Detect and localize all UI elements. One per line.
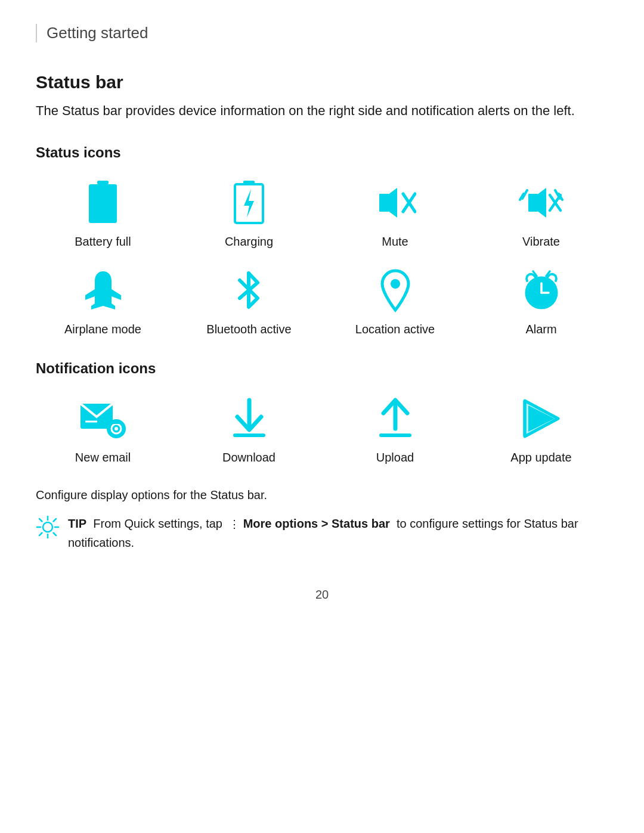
svg-rect-14 xyxy=(528,194,538,212)
svg-rect-0 xyxy=(97,181,109,184)
svg-point-29 xyxy=(114,427,118,431)
list-item: App update xyxy=(474,395,608,465)
breadcrumb-text: Getting started xyxy=(47,24,148,42)
download-label: Download xyxy=(222,451,275,465)
list-item: Download xyxy=(182,395,316,465)
list-item: Airplane mode xyxy=(36,267,170,336)
alarm-label: Alarm xyxy=(525,323,556,336)
battery-full-icon xyxy=(79,179,127,227)
list-item: Battery full xyxy=(36,179,170,249)
list-item: Bluetooth active xyxy=(182,267,316,336)
upload-icon xyxy=(371,395,419,442)
alarm-icon xyxy=(518,267,565,314)
svg-line-47 xyxy=(54,519,57,522)
location-active-icon xyxy=(371,267,419,314)
list-item: Location active xyxy=(328,267,462,336)
upload-label: Upload xyxy=(376,451,414,465)
status-icons-grid: Battery full Charging Mute xyxy=(36,179,608,336)
section-description: The Status bar provides device informati… xyxy=(36,101,608,120)
svg-rect-1 xyxy=(89,184,117,223)
svg-rect-6 xyxy=(379,194,389,212)
tip-label: TIP xyxy=(68,517,86,530)
charging-label: Charging xyxy=(225,235,273,249)
bluetooth-active-icon xyxy=(225,267,273,314)
tip-box: TIP From Quick settings, tap ⋮ More opti… xyxy=(36,514,608,552)
notification-icons-title: Notification icons xyxy=(36,360,608,377)
tip-text-start: From Quick settings, tap xyxy=(93,517,222,530)
mute-label: Mute xyxy=(382,235,408,249)
breadcrumb: Getting started xyxy=(36,24,608,42)
svg-rect-30 xyxy=(113,420,120,424)
list-item: New email xyxy=(36,395,170,465)
tip-bold-text: More options > Status bar xyxy=(243,517,390,530)
list-item: Vibrate xyxy=(474,179,608,249)
notification-icons-grid: New email Download Upload xyxy=(36,395,608,465)
airplane-mode-label: Airplane mode xyxy=(64,323,141,336)
app-update-label: App update xyxy=(510,451,571,465)
svg-marker-4 xyxy=(244,189,254,218)
three-dots-icon: ⋮ xyxy=(229,518,240,530)
download-icon xyxy=(225,395,273,442)
svg-point-17 xyxy=(391,279,400,289)
tip-content: TIP From Quick settings, tap ⋮ More opti… xyxy=(68,514,608,552)
list-item: Upload xyxy=(328,395,462,465)
battery-full-label: Battery full xyxy=(75,235,131,249)
svg-line-48 xyxy=(39,533,42,536)
vibrate-label: Vibrate xyxy=(522,235,560,249)
vibrate-icon xyxy=(518,179,565,227)
status-icons-title: Status icons xyxy=(36,144,608,161)
svg-line-45 xyxy=(39,519,42,522)
svg-line-46 xyxy=(54,533,57,536)
page-number: 20 xyxy=(36,588,608,602)
list-item: Charging xyxy=(182,179,316,249)
charging-icon xyxy=(225,179,273,227)
airplane-mode-icon xyxy=(79,267,127,314)
new-email-icon xyxy=(79,395,127,442)
bluetooth-active-label: Bluetooth active xyxy=(206,323,291,336)
new-email-label: New email xyxy=(75,451,131,465)
tip-icon xyxy=(36,515,60,539)
configure-text: Configure display options for the Status… xyxy=(36,488,608,502)
location-active-label: Location active xyxy=(355,323,435,336)
svg-point-40 xyxy=(43,522,52,532)
mute-icon xyxy=(371,179,419,227)
section-title: Status bar xyxy=(36,72,608,92)
list-item: Alarm xyxy=(474,267,608,336)
list-item: Mute xyxy=(328,179,462,249)
app-update-icon xyxy=(518,395,565,442)
